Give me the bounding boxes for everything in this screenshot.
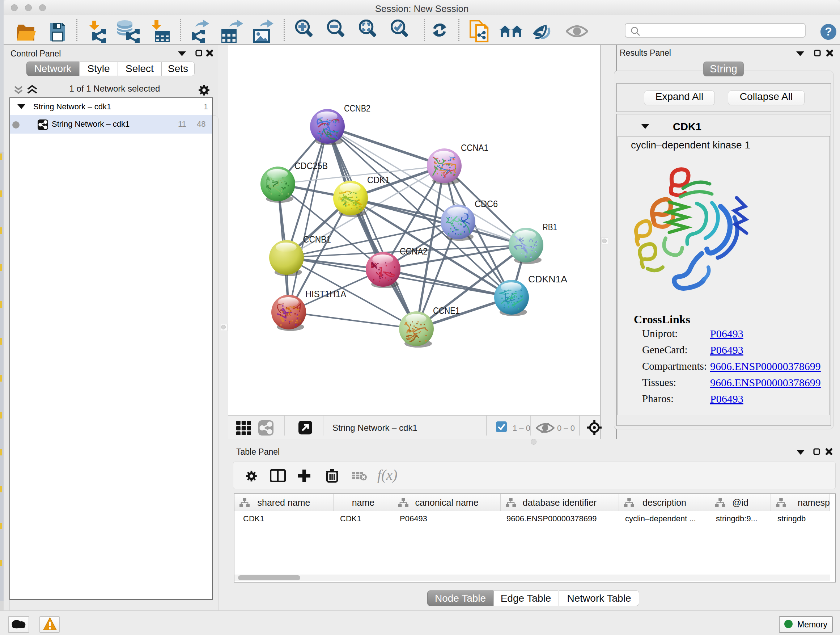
svg-text:CDKN1A: CDKN1A: [528, 274, 568, 285]
svg-text:CCNB2: CCNB2: [344, 103, 370, 114]
svg-text:HIST1H1A: HIST1H1A: [305, 288, 347, 299]
svg-text:CDC25B: CDC25B: [294, 160, 328, 171]
svg-text:?: ?: [825, 25, 832, 38]
svg-text:CDC6: CDC6: [475, 198, 498, 209]
svg-text:CCNB1: CCNB1: [303, 234, 331, 245]
svg-text:RB1: RB1: [543, 222, 557, 233]
svg-text:CCNA1: CCNA1: [461, 142, 488, 153]
svg-text:CDK1: CDK1: [367, 174, 390, 185]
svg-text:CCNE1: CCNE1: [433, 305, 460, 316]
svg-text:CCNA2: CCNA2: [400, 246, 428, 257]
